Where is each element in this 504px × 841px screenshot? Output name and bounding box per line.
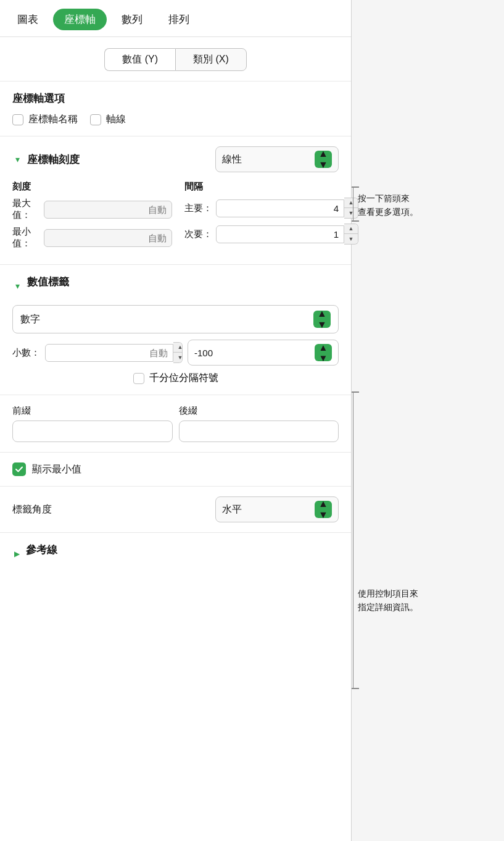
show-min-section: 顯示最小值 [0, 453, 351, 487]
callout-top-tick-bottom [352, 220, 359, 222]
axis-line-checkbox[interactable] [90, 114, 101, 125]
negative-format-select[interactable]: -100 ▲ ▼ [188, 340, 339, 366]
callout-bottom-tick-bottom [352, 688, 359, 689]
minor-label: 次要： [184, 228, 212, 240]
callout-top-line2: 查看更多選項。 [358, 205, 418, 219]
negative-format-value: -100 [194, 348, 311, 358]
prefix-label: 前綴 [12, 405, 173, 417]
axis-value-y-button[interactable]: 數值 (Y) [104, 48, 175, 71]
suffix-input[interactable] [179, 420, 339, 442]
suffix-label: 後綴 [179, 405, 339, 417]
callout-bottom-line2: 指定詳細資訊。 [358, 600, 418, 614]
minor-stepper: ▲ ▼ [216, 224, 358, 245]
major-input-row: 主要： ▲ ▼ [184, 198, 358, 219]
axis-options-checkboxes: 座標軸名稱 軸線 [12, 113, 339, 126]
axis-type-selector: 數值 (Y) 類別 (X) [0, 37, 351, 82]
axis-scale-type-value: 線性 [222, 153, 311, 166]
axis-line-checkbox-item: 軸線 [90, 113, 126, 126]
tab-bar: 圖表 座標軸 數列 排列 [0, 0, 351, 37]
angle-row: 標籤角度 水平 ▲ ▼ [12, 496, 339, 522]
tab-arrange[interactable]: 排列 [157, 9, 200, 30]
decimal-label: 小數： [12, 347, 40, 359]
min-label: 最小值： [12, 226, 40, 249]
label-angle-label: 標籤角度 [12, 503, 208, 516]
scale-left-col: 刻度 最大值： 最小值： [12, 181, 178, 254]
callout-top-tick-top [352, 186, 359, 188]
prefix-suffix-grid: 前綴 後綴 [12, 405, 339, 442]
interval-col-header: 間隔 [184, 181, 358, 193]
axis-scale-type-select[interactable]: 線性 ▲ ▼ [215, 146, 339, 172]
callout-bottom-line1: 使用控制項目來 [358, 587, 418, 600]
settings-panel: 圖表 座標軸 數列 排列 數值 (Y) 類別 (X) 座標軸選項 座標軸名稱 軸… [0, 0, 352, 841]
label-type-value: 數字 [20, 313, 310, 326]
checkmark-icon [15, 465, 23, 474]
reference-lines-title: 參考線 [26, 543, 57, 557]
axis-scale-type-arrows[interactable]: ▲ ▼ [315, 151, 332, 168]
tab-series[interactable]: 數列 [110, 9, 154, 30]
axis-category-x-button[interactable]: 類別 (X) [175, 48, 247, 71]
decimal-value-input[interactable] [45, 344, 173, 362]
max-label: 最大值： [12, 198, 40, 221]
axis-name-label: 座標軸名稱 [28, 113, 78, 126]
reference-lines-header: ▶ 參考線 [12, 543, 339, 564]
decimal-stepper-buttons: ▲ ▼ [173, 342, 183, 363]
callout-top-line1: 按一下箭頭來 [358, 191, 418, 205]
axis-name-checkbox[interactable] [12, 114, 23, 125]
scale-chevron-icon[interactable]: ▾ [12, 154, 22, 164]
show-min-checkbox[interactable] [12, 462, 26, 476]
callout-area: 按一下箭頭來 查看更多選項。 使用控制項目來 指定詳細資訊。 [352, 0, 504, 841]
minor-value-input[interactable] [216, 225, 344, 243]
axis-scale-title: 座標軸刻度 [27, 153, 210, 167]
axis-line-label: 軸線 [106, 113, 126, 126]
label-angle-arrows[interactable]: ▲ ▼ [315, 501, 332, 518]
show-min-row: 顯示最小值 [12, 462, 339, 476]
axis-options-title: 座標軸選項 [12, 91, 339, 106]
prefix-input[interactable] [12, 420, 173, 442]
major-value-input[interactable] [216, 199, 344, 217]
show-min-label: 顯示最小值 [32, 463, 81, 476]
axis-options-section: 座標軸選項 座標軸名稱 軸線 [0, 82, 351, 136]
reference-lines-section: ▶ 參考線 [0, 533, 351, 574]
minor-input-row: 次要： ▲ ▼ [184, 224, 358, 245]
axis-scale-section: ▾ 座標軸刻度 線性 ▲ ▼ 刻度 最大值： 最小值： [0, 136, 351, 265]
decimal-row: 小數： ▲ ▼ -100 ▲ ▼ [12, 340, 339, 366]
label-type-select[interactable]: 數字 ▲ ▼ [12, 305, 339, 333]
value-labels-section: ▾ 數值標籤 數字 ▲ ▼ 小數： ▲ ▼ -100 ▲ [0, 265, 351, 395]
label-angle-section: 標籤角度 水平 ▲ ▼ [0, 487, 351, 533]
callout-top: 按一下箭頭來 查看更多選項。 [358, 191, 418, 219]
callout-bottom: 使用控制項目來 指定詳細資訊。 [358, 587, 418, 614]
label-angle-value: 水平 [222, 503, 311, 516]
callout-bottom-tick-top [352, 391, 359, 393]
max-input-row: 最大值： [12, 198, 172, 221]
thousand-row: 千分位分隔符號 [12, 372, 339, 385]
tab-axis[interactable]: 座標軸 [53, 9, 107, 30]
negative-format-arrows[interactable]: ▲ ▼ [315, 344, 332, 361]
axis-scale-grid: 刻度 最大值： 最小值： 間隔 主要： ▲ [12, 181, 339, 254]
min-value-input[interactable] [44, 229, 172, 247]
ref-chevron-icon[interactable]: ▶ [12, 550, 21, 558]
prefix-col: 前綴 [12, 405, 173, 442]
thousand-separator-checkbox[interactable] [133, 373, 144, 384]
bracket-bottom-line [352, 391, 353, 688]
major-stepper: ▲ ▼ [216, 198, 358, 219]
axis-name-checkbox-item: 座標軸名稱 [12, 113, 78, 126]
scale-right-col: 間隔 主要： ▲ ▼ 次要： [178, 181, 358, 254]
min-input-row: 最小值： [12, 226, 172, 249]
decimal-decrement-button[interactable]: ▼ [173, 353, 183, 362]
tab-chart[interactable]: 圖表 [6, 9, 49, 30]
decimal-stepper: ▲ ▼ [45, 342, 183, 363]
label-angle-select[interactable]: 水平 ▲ ▼ [215, 496, 339, 522]
thousand-separator-label: 千分位分隔符號 [149, 372, 218, 385]
major-label: 主要： [184, 203, 212, 214]
bracket-top-line [352, 186, 353, 220]
label-type-arrows[interactable]: ▲ ▼ [313, 311, 331, 328]
value-labels-chevron-icon[interactable]: ▾ [12, 281, 22, 291]
suffix-col: 後綴 [179, 405, 339, 442]
axis-scale-header: ▾ 座標軸刻度 線性 ▲ ▼ [12, 146, 339, 172]
value-labels-title: 數值標籤 [27, 275, 69, 289]
prefix-suffix-section: 前綴 後綴 [0, 395, 351, 453]
scale-col-header: 刻度 [12, 181, 172, 193]
value-labels-header[interactable]: ▾ 數值標籤 [12, 275, 339, 296]
max-value-input[interactable] [44, 201, 172, 219]
decimal-increment-button[interactable]: ▲ [173, 343, 183, 353]
